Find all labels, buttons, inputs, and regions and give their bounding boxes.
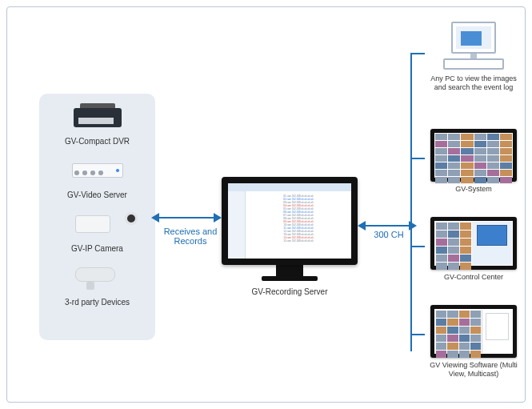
device-compact-dvr: GV-Compact DVR	[44, 102, 150, 146]
recording-server: 01 cam 192.168 ok ok ok ok 02 cam 192.16…	[222, 177, 358, 296]
link-sources-to-server	[158, 217, 215, 219]
caption: GV Viewing Software (Multi View, Multica…	[425, 361, 522, 379]
server-label: GV-Recording Server	[222, 287, 358, 296]
label: GV-Compact DVR	[65, 137, 130, 146]
client-any-pc: Any PC to view the images and search the…	[425, 22, 522, 92]
ip-camera-icon	[66, 209, 130, 241]
client-viewing-software: GV Viewing Software (Multi View, Multica…	[425, 305, 522, 379]
video-server-icon	[66, 155, 130, 187]
caption: GV-Control Center	[425, 273, 522, 282]
bus-stub	[410, 53, 425, 54]
generic-camera-icon	[66, 263, 130, 295]
viewing-software-icon	[430, 305, 517, 358]
label: GV-Video Server	[67, 190, 127, 199]
client-gv-system: GV-System	[425, 129, 522, 194]
label: 3-rd party Devices	[65, 298, 130, 307]
bus-stub	[410, 334, 425, 335]
source-devices-panel: GV-Compact DVR GV-Video Server GV-IP Cam…	[39, 94, 155, 340]
client-bus-line	[410, 54, 412, 351]
link-server-to-clients	[364, 225, 410, 227]
caption: GV-System	[425, 185, 522, 194]
pc-icon	[440, 22, 507, 71]
link-right-label: 300 CH	[367, 230, 410, 239]
gv-system-icon	[430, 129, 517, 182]
device-ip-camera: GV-IP Camera	[44, 209, 150, 253]
device-third-party: 3-rd party Devices	[44, 263, 150, 307]
link-left-label: Receives and Records	[154, 227, 226, 246]
compact-dvr-icon	[66, 102, 130, 134]
bus-stub	[410, 158, 425, 159]
diagram-frame: GV-Compact DVR GV-Video Server GV-IP Cam…	[6, 6, 526, 403]
device-video-server: GV-Video Server	[44, 155, 150, 199]
caption: Any PC to view the images and search the…	[425, 74, 522, 92]
server-monitor-icon: 01 cam 192.168 ok ok ok ok 02 cam 192.16…	[222, 177, 358, 265]
label: GV-IP Camera	[71, 244, 123, 253]
bus-stub	[410, 246, 425, 247]
control-center-icon	[430, 217, 517, 270]
client-control-center: GV-Control Center	[425, 217, 522, 282]
